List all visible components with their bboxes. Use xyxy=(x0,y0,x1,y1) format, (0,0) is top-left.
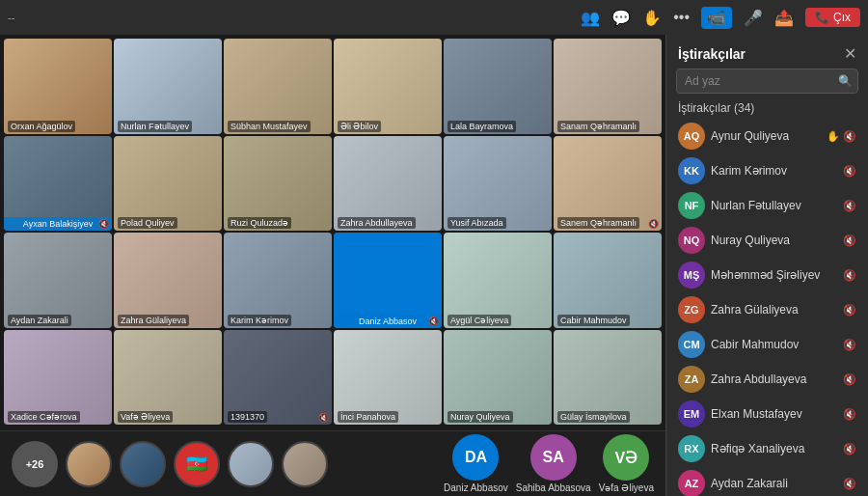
video-cell-sanem[interactable]: Sanam Qəhramanlı xyxy=(554,39,662,134)
participant-list-name: Zahra Gülaliyeva xyxy=(711,303,837,317)
participant-name-zahra-g: Zahra Gülaliyeva xyxy=(118,315,189,326)
video-cell-ruzi[interactable]: Ruzi Quluzadə xyxy=(224,136,332,232)
participant-mic-icon: 🔇 xyxy=(843,478,856,490)
video-cell-nuray[interactable]: Nuray Quliyeva xyxy=(444,330,552,426)
participant-mic-icon: 🔇 xyxy=(843,304,856,317)
video-cell-daniz[interactable]: Daniz Abbasov🔇 xyxy=(334,233,442,328)
participant-name-vafa: Vafə Əliyeva xyxy=(118,411,173,423)
daniz-avatar: DA xyxy=(452,434,499,481)
video-cell-ayxan[interactable]: Ayxan Balakişiyev🔇 xyxy=(4,136,112,232)
video-cell-nurlan[interactable]: Nurlan Fətullayev xyxy=(114,39,222,134)
video-cell-karim[interactable]: Karim Kərimov xyxy=(224,233,332,328)
participant-mic-icon: 🔇 xyxy=(843,200,856,212)
participant-name-lala: Lala Bayramova xyxy=(448,121,516,132)
meeting-title: -- xyxy=(8,12,14,23)
thumb-2[interactable] xyxy=(120,441,166,487)
participant-name-aygul: Aygül Cəliyeva xyxy=(448,315,511,326)
participant-name-sanem2: Sanem Qəhramanlı xyxy=(557,217,639,229)
list-item[interactable]: RXRəfiqə Xanaliyeva🔇 xyxy=(672,431,862,466)
list-item[interactable]: KKKarim Kərimov🔇 xyxy=(672,153,862,188)
participant-mic-icon: 🔇 xyxy=(843,443,856,455)
camera-icon[interactable]: 📹 xyxy=(701,7,732,29)
video-cell-vafa[interactable]: Vafə Əliyeva xyxy=(114,330,222,426)
mic-icon[interactable]: 🎤 xyxy=(744,9,763,27)
video-cell-yusif[interactable]: Yusif Abızada xyxy=(444,136,552,232)
list-item[interactable]: AZAydan Zakarali🔇 xyxy=(672,466,862,496)
video-cell-lala[interactable]: Lala Bayramova xyxy=(444,39,552,134)
list-item[interactable]: ZGZahra Gülaliyeva🔇 xyxy=(672,292,862,327)
muted-icon-ayxan: 🔇 xyxy=(98,219,109,229)
participant-name-nurlan: Nurlan Fətullayev xyxy=(118,121,192,132)
participant-name-xadice: Xadice Cəfərova xyxy=(8,411,80,423)
participant-list-name: Aynur Quliyeva xyxy=(711,129,821,143)
hand-icon[interactable]: ✋ xyxy=(642,9,662,27)
phone-icon: 📞 xyxy=(815,11,829,24)
bottom-vafa[interactable]: VƏ Vəfa Əliyeva xyxy=(599,434,654,493)
video-cell-zahra-g[interactable]: Zahra Gülaliyeva xyxy=(114,233,222,328)
bottom-daniz[interactable]: DA Daniz Abbasov xyxy=(444,434,508,493)
extra-participants-badge[interactable]: +26 xyxy=(12,441,58,487)
participant-mic-icon: 🔇 xyxy=(843,234,856,247)
vafa-avatar: VƏ xyxy=(603,434,649,481)
participant-avatar: EM xyxy=(678,400,705,427)
participant-mic-icon: 🔇 xyxy=(843,130,856,143)
video-cell-inci[interactable]: İnci Panahova xyxy=(334,330,442,426)
list-item[interactable]: CMCabir Mahmudov🔇 xyxy=(672,327,862,362)
video-cell-aygul[interactable]: Aygül Cəliyeva xyxy=(444,233,552,328)
bottom-sahiba[interactable]: SA Sahiba Abbasova xyxy=(516,434,591,493)
video-cell-sanem2[interactable]: Sanem Qəhramanlı🔇 xyxy=(554,136,662,232)
thumb-4[interactable] xyxy=(228,441,274,487)
participant-icons: 🔇 xyxy=(843,408,856,421)
list-item[interactable]: NFNurlan Fətullayev🔇 xyxy=(672,188,862,223)
video-cell-orxan[interactable]: Orxan Ağagülov xyxy=(4,39,112,134)
search-icon: 🔍 xyxy=(838,74,853,88)
video-cell-subhan[interactable]: Sübhan Mustafayev xyxy=(224,39,332,134)
top-bar: -- 👥 💬 ✋ ••• 📹 🎤 📤 📞 Çıx xyxy=(0,0,868,35)
participant-mic-icon: 🔇 xyxy=(843,339,856,351)
video-cell-1391[interactable]: 1391370🔇 xyxy=(224,330,332,426)
top-controls: 👥 💬 ✋ ••• 📹 🎤 📤 📞 Çıx xyxy=(581,7,860,29)
video-cell-zahra-a[interactable]: Zahra Abdullayeva xyxy=(334,136,442,232)
share-icon[interactable]: 📤 xyxy=(774,9,794,27)
participant-list-name: Karim Kərimov xyxy=(711,164,837,178)
panel-close-button[interactable]: ✕ xyxy=(844,44,856,63)
participant-list-name: Cabir Mahmudov xyxy=(711,338,837,351)
participant-avatar: KK xyxy=(678,157,705,184)
list-item[interactable]: AQAynur Quliyeva✋🔇 xyxy=(672,119,862,153)
thumb-3[interactable]: 🇦🇿 xyxy=(174,441,220,487)
video-cell-cabir[interactable]: Cabir Mahmudov xyxy=(554,233,662,328)
people-icon[interactable]: 👥 xyxy=(581,9,600,27)
video-grid: Orxan AğagülovNurlan FətullayevSübhan Mu… xyxy=(0,35,665,430)
list-item[interactable]: ZAZahra Abdullayeva🔇 xyxy=(672,362,862,397)
participant-avatar: AQ xyxy=(678,123,705,150)
list-item[interactable]: NQNuray Quliyeva🔇 xyxy=(672,223,862,258)
video-cell-gulay[interactable]: Gülay İsmayilova xyxy=(554,330,662,426)
participant-avatar: ZA xyxy=(678,366,705,393)
participant-name-sanem: Sanam Qəhramanlı xyxy=(557,121,639,132)
thumb-5[interactable] xyxy=(282,441,328,487)
video-cell-xadice[interactable]: Xadice Cəfərova xyxy=(4,330,112,426)
bottom-bar: +26 🇦🇿 DA Daniz Abbasov SA Sahiba Abbaso… xyxy=(0,430,665,496)
muted-icon-sanem2: 🔇 xyxy=(648,219,659,229)
participant-icons: 🔇 xyxy=(843,304,856,317)
participant-mic-icon: 🔇 xyxy=(843,165,856,178)
thumb-1[interactable] xyxy=(66,441,112,487)
participant-mic-icon: 🔇 xyxy=(843,408,856,421)
end-call-button[interactable]: 📞 Çıx xyxy=(805,8,860,27)
chat-icon[interactable]: 💬 xyxy=(611,9,631,27)
participant-name-inci: İnci Panahova xyxy=(338,411,398,423)
sahiba-avatar: SA xyxy=(530,434,577,481)
participant-name-gulay: Gülay İsmayilova xyxy=(557,411,630,423)
video-cell-polad[interactable]: Polad Quliyev xyxy=(114,136,222,232)
participant-list-name: Nurlan Fətullayev xyxy=(711,199,837,212)
list-item[interactable]: EMElxan Mustafayev🔇 xyxy=(672,397,862,431)
participants-list: AQAynur Quliyeva✋🔇KKKarim Kərimov🔇NFNurl… xyxy=(666,119,868,496)
participant-icons: 🔇 xyxy=(843,478,856,490)
video-cell-ali[interactable]: Əli Əbilov xyxy=(334,39,442,134)
video-cell-aydan[interactable]: Aydan Zakarali xyxy=(4,233,112,328)
search-input[interactable] xyxy=(676,69,858,94)
participant-avatar: RX xyxy=(678,435,705,462)
list-item[interactable]: MŞMəhəmməd Şirəliyev🔇 xyxy=(672,258,862,292)
panel-search[interactable]: 🔍 xyxy=(676,69,858,94)
more-icon[interactable]: ••• xyxy=(673,9,690,26)
